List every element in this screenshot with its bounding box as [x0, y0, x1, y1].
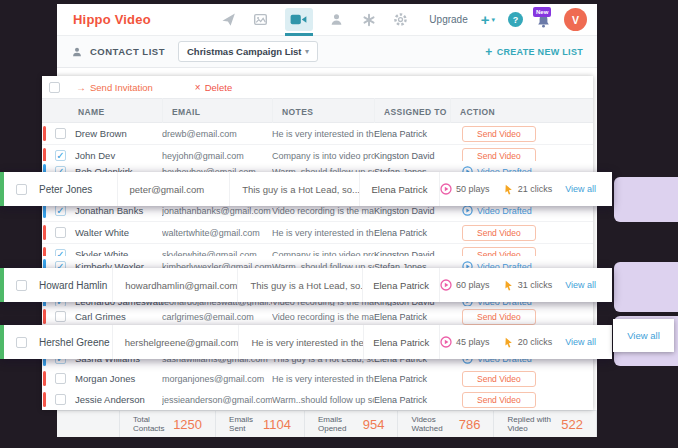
- row-status-bar: [43, 392, 46, 407]
- name-cell: Peter Jones: [4, 172, 117, 206]
- stat-item: Videos Watched786: [398, 411, 494, 437]
- row-checkbox[interactable]: [55, 311, 66, 322]
- arrow-right-icon: →: [76, 82, 86, 93]
- column-header-email: EMAIL: [172, 107, 200, 117]
- select-all-checkbox[interactable]: [49, 82, 60, 93]
- contact-name: Carl Grimes: [75, 311, 126, 322]
- contact-name: Jessie Anderson: [75, 394, 145, 405]
- row-checkbox[interactable]: [16, 280, 27, 291]
- click-cursor-icon: [503, 337, 514, 348]
- video-drafted-status: Video Drafted: [462, 205, 532, 216]
- stat-label: Emails Opened: [318, 415, 356, 433]
- notifications-bell[interactable]: New: [536, 13, 551, 29]
- contact-email: peter@gmail.com: [117, 172, 230, 206]
- side-panel: [614, 262, 678, 312]
- contact-name: Hershel Greene: [39, 337, 110, 348]
- page-background: View all Hippo Video: [0, 0, 678, 448]
- top-navigation-bar: Hippo Video: [57, 4, 597, 36]
- user-avatar[interactable]: V: [564, 8, 587, 31]
- chevron-down-icon: ▾: [305, 47, 309, 56]
- contact-notes: He is very interested in the prod...: [272, 368, 374, 389]
- assigned-to: Elena Patrick: [363, 325, 439, 359]
- play-circle-icon: [462, 205, 473, 216]
- send-video-button[interactable]: Send Video: [462, 309, 536, 325]
- table-row[interactable]: Drew Brown drewb@email.com He is very in…: [42, 123, 593, 145]
- stat-value: 522: [561, 417, 583, 432]
- contact-email: carlgrimes@email.com: [162, 306, 272, 327]
- contact-email: waltertwhite@gmail.com: [162, 222, 272, 243]
- plus-icon: +: [481, 13, 490, 26]
- integrations-icon[interactable]: [361, 12, 377, 28]
- video-camera-icon[interactable]: [285, 8, 313, 31]
- contact-list-bar: CONTACT LIST Christmas Campaign List ▾ +…: [57, 36, 597, 68]
- highlighted-contact-row[interactable]: Hershel Greene hershelgreene@gmail.com H…: [0, 325, 612, 359]
- view-all-link[interactable]: View all: [565, 184, 596, 194]
- row-checkbox[interactable]: [55, 128, 66, 139]
- contact-name: Drew Brown: [75, 128, 127, 139]
- contact-table-card: →Send Invitation ×Delete NAME EMAIL NOTE…: [42, 76, 593, 410]
- highlighted-contact-row[interactable]: Peter Jones peter@gmail.com This guy is …: [0, 172, 612, 206]
- engagement-metrics: 60 plays 31 clicks View all: [439, 268, 612, 302]
- send-video-button[interactable]: Send Video: [462, 126, 536, 142]
- contact-name: Morgan Jones: [75, 373, 135, 384]
- create-new-list-button[interactable]: + CREATE NEW LIST: [485, 47, 583, 57]
- upgrade-link[interactable]: Upgrade: [429, 14, 467, 25]
- table-row[interactable]: Morgan Jones morganjones@gmail.com He is…: [42, 368, 593, 390]
- column-header-name: NAME: [78, 107, 105, 117]
- row-checkbox[interactable]: ✓: [55, 205, 66, 216]
- side-panel: [614, 177, 678, 222]
- row-checkbox[interactable]: [55, 394, 66, 405]
- table-toolbar: →Send Invitation ×Delete: [42, 76, 593, 98]
- add-new-button[interactable]: +▾: [481, 13, 495, 26]
- action-cell: Send Video: [450, 306, 593, 327]
- table-row[interactable]: Walter White waltertwhite@gmail.com He i…: [42, 222, 593, 244]
- send-video-button[interactable]: Send Video: [462, 225, 536, 241]
- plus-icon: +: [485, 47, 492, 57]
- row-checkbox[interactable]: [16, 337, 27, 348]
- stat-value: 786: [459, 417, 481, 432]
- row-checkbox[interactable]: [55, 373, 66, 384]
- close-icon: ×: [195, 82, 201, 93]
- selected-list-name: Christmas Campaign List: [187, 46, 302, 57]
- stat-value: 1104: [263, 417, 291, 432]
- contact-email: morganjones@gmail.com: [162, 368, 272, 389]
- header-right-group: Upgrade +▾ ? New V: [429, 8, 587, 31]
- name-cell: Carl Grimes: [42, 306, 162, 327]
- contact-name: John Dev: [75, 150, 115, 161]
- stat-label: Total Contacts: [133, 415, 166, 433]
- send-icon[interactable]: [221, 12, 237, 28]
- name-cell: Walter White: [42, 222, 162, 243]
- table-row[interactable]: Jessie Anderson jessieanderson@gmail.com…: [42, 389, 593, 410]
- highlighted-contact-row[interactable]: Howard Hamlin howardhamlin@gmail.com Thi…: [0, 268, 612, 302]
- view-all-link[interactable]: View all: [565, 280, 596, 290]
- row-checkbox[interactable]: [55, 227, 66, 238]
- play-circle-icon: [440, 336, 452, 348]
- send-invitation-button[interactable]: →Send Invitation: [76, 82, 153, 93]
- contact-name: Howard Hamlin: [39, 280, 107, 291]
- help-button[interactable]: ?: [508, 12, 523, 27]
- row-checkbox[interactable]: [16, 184, 27, 195]
- contacts-icon[interactable]: [329, 12, 345, 28]
- row-status-bar: [43, 309, 46, 324]
- column-header-notes: NOTES: [282, 107, 313, 117]
- hippo-video-logo[interactable]: Hippo Video: [73, 12, 151, 27]
- settings-gear-icon[interactable]: [393, 12, 409, 28]
- action-cell: Send Video: [450, 368, 593, 389]
- list-selector-dropdown[interactable]: Christmas Campaign List ▾: [178, 41, 318, 62]
- view-all-link[interactable]: View all: [565, 337, 596, 347]
- view-all-card[interactable]: View all: [613, 319, 674, 352]
- delete-button[interactable]: ×Delete: [195, 82, 232, 93]
- send-video-button[interactable]: Send Video: [462, 392, 536, 408]
- send-video-button[interactable]: Send Video: [462, 371, 536, 387]
- clicks-metric: 21 clicks: [503, 184, 553, 195]
- view-all-link[interactable]: View all: [627, 330, 660, 341]
- assigned-to: Elena Patrick: [359, 172, 439, 206]
- name-cell: Hershel Greene: [4, 325, 112, 359]
- column-header-assigned-to: ASSIGNED TO: [384, 107, 447, 117]
- engagement-metrics: 45 plays 20 clicks View all: [439, 325, 612, 359]
- contact-notes: Video recording is the mai...: [272, 306, 374, 327]
- media-icon[interactable]: [253, 12, 269, 28]
- play-circle-icon: [440, 279, 452, 291]
- row-checkbox[interactable]: ✓: [55, 150, 66, 161]
- action-cell: Send Video: [450, 389, 593, 410]
